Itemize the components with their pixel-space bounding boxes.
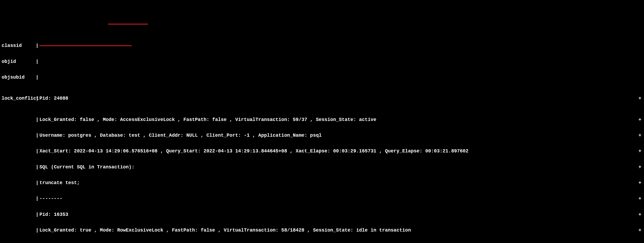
column-label-empty xyxy=(2,212,36,217)
continuation-plus-icon: + xyxy=(638,228,641,233)
terminal-line: Lock_Granted: true , Mode: RowExclusiveL… xyxy=(39,228,642,233)
continuation-plus-icon: + xyxy=(638,117,641,123)
column-label-empty xyxy=(2,117,36,123)
column-label-empty xyxy=(2,149,36,154)
line-text: Lock_Granted: true , Mode: RowExclusiveL… xyxy=(39,228,411,233)
column-separator: | xyxy=(36,180,39,186)
column-separator: | xyxy=(36,149,39,154)
column-label-classid: classid xyxy=(2,43,36,48)
terminal-output[interactable]: classid | objid | objsubid | lock_confli… xyxy=(0,26,644,243)
line-text: truncate test; xyxy=(39,180,80,185)
terminal-line: Pid: 16353+ xyxy=(39,212,642,217)
continuation-plus-icon: + xyxy=(638,149,641,154)
column-label-empty xyxy=(2,165,36,170)
column-separator: | xyxy=(36,96,39,101)
column-separator: | xyxy=(36,75,39,80)
column-separator: | xyxy=(36,133,39,138)
annotation-underline xyxy=(108,24,148,25)
terminal-line: Xact_Start: 2022-04-13 14:29:06.576516+0… xyxy=(39,149,642,154)
continuation-plus-icon: + xyxy=(638,165,641,170)
line-text: Pid: 24088 xyxy=(39,96,68,101)
continuation-plus-icon: + xyxy=(638,180,641,186)
line-text: Xact_Start: 2022-04-13 14:29:06.576516+0… xyxy=(39,148,468,154)
terminal-line xyxy=(39,75,642,80)
column-separator: | xyxy=(36,43,39,48)
terminal-line xyxy=(39,59,642,64)
line-text: -------- xyxy=(39,196,62,201)
terminal-line: Username: postgres , Database: test , Cl… xyxy=(39,133,642,138)
column-label-objid: objid xyxy=(2,59,36,64)
terminal-line: truncate test;+ xyxy=(39,180,642,186)
column-label-empty xyxy=(2,196,36,201)
column-separator: | xyxy=(36,228,39,233)
column-label-objsubid: objsubid xyxy=(2,75,36,80)
column-separator: | xyxy=(36,59,39,64)
continuation-plus-icon: + xyxy=(638,96,641,101)
column-separator: | xyxy=(36,196,39,201)
column-label-lock-conflict: lock_conflict xyxy=(2,96,36,101)
continuation-plus-icon: + xyxy=(638,196,641,201)
terminal-line: --------+ xyxy=(39,196,642,201)
column-label-empty xyxy=(2,228,36,233)
line-text: Username: postgres , Database: test , Cl… xyxy=(39,133,322,138)
column-separator: | xyxy=(36,212,39,217)
line-text: Pid: 16353 xyxy=(39,212,68,217)
continuation-plus-icon: + xyxy=(638,212,641,217)
terminal-line xyxy=(39,43,642,48)
terminal-line: SQL (Current SQL in Transaction):+ xyxy=(39,165,642,170)
terminal-line: Pid: 24088+ xyxy=(39,96,642,101)
continuation-plus-icon: + xyxy=(638,133,641,138)
line-text: SQL (Current SQL in Transaction): xyxy=(39,164,134,170)
column-separator: | xyxy=(36,117,39,123)
column-label-empty xyxy=(2,133,36,138)
line-text: Lock_Granted: false , Mode: AccessExclus… xyxy=(39,117,376,122)
column-label-empty xyxy=(2,180,36,186)
terminal-line: Lock_Granted: false , Mode: AccessExclus… xyxy=(39,117,642,123)
column-separator: | xyxy=(36,165,39,170)
